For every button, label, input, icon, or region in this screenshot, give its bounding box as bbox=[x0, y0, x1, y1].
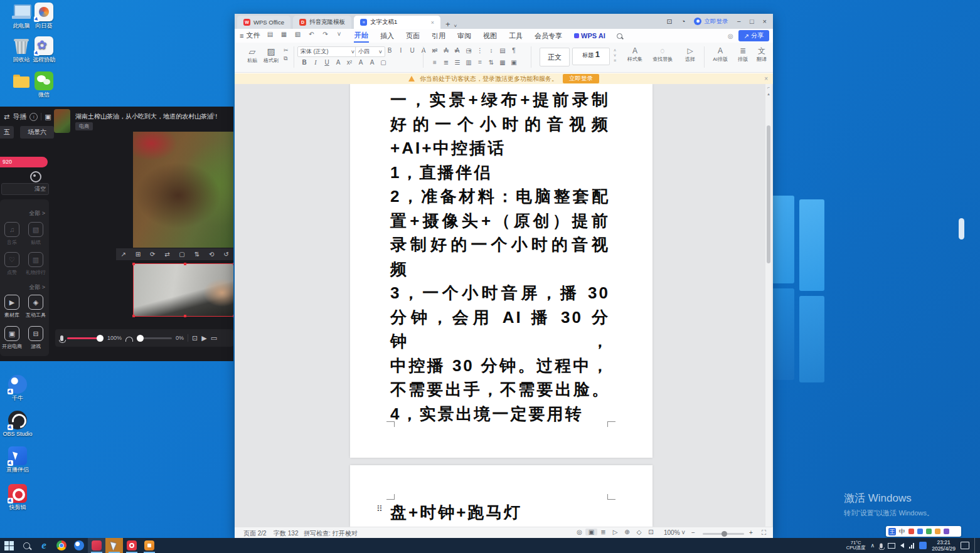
flip-vertical-icon[interactable]: ⇅ bbox=[194, 251, 200, 258]
screen-share-icon[interactable]: ▭ bbox=[211, 334, 217, 342]
tab-page[interactable]: 页面 bbox=[405, 30, 420, 42]
taskbar-search-button[interactable] bbox=[18, 538, 35, 553]
line-spacing-icon[interactable]: ↕ bbox=[486, 47, 497, 54]
style-heading-1[interactable]: 标题 1 bbox=[572, 48, 610, 65]
screenshot-icon[interactable]: ⊡ bbox=[192, 334, 198, 342]
headphone-icon[interactable] bbox=[125, 337, 133, 342]
tool-game[interactable]: ⊟ 游戏 bbox=[24, 326, 48, 350]
document-text-page2[interactable]: 盘+时钟+跑马灯 bbox=[390, 502, 522, 524]
zoom-out-icon[interactable]: − bbox=[691, 529, 695, 536]
share-button[interactable]: ↗ 分享 bbox=[738, 30, 769, 41]
char-shading-icon[interactable]: ▢ bbox=[378, 59, 389, 66]
fullscreen-icon[interactable]: ⛶ bbox=[762, 529, 766, 537]
cpu-temperature[interactable]: 71°CCPU温度 bbox=[846, 540, 866, 550]
zoom-level[interactable]: 100% ˅ bbox=[664, 529, 685, 536]
maximize-button[interactable]: □ bbox=[750, 18, 754, 25]
page-1[interactable]: 一，实景+绿布+提前录制 好的一个小时的音视频 +AI+中控插话 1，直播伴侣 … bbox=[350, 84, 652, 458]
customize-toolbar-icon[interactable]: ˅ bbox=[335, 31, 343, 38]
web-view-icon[interactable]: ⊕ bbox=[621, 529, 633, 535]
close-button[interactable]: × bbox=[763, 18, 767, 25]
paste-button[interactable]: ▱ 粘贴 bbox=[243, 46, 261, 64]
tab-home[interactable]: 开始 bbox=[354, 29, 369, 43]
desktop-icon-sunflower[interactable]: 向日葵 bbox=[26, 3, 61, 29]
tool-interactive[interactable]: ◈ 互动工具 bbox=[24, 295, 48, 319]
save-icon[interactable]: ▤ bbox=[266, 31, 274, 38]
tool-media-library[interactable]: ▶ 素材库 bbox=[0, 295, 24, 319]
scene-tab-6[interactable]: 场景六 bbox=[20, 126, 54, 139]
desktop-icon-obs[interactable]: OBS Studio bbox=[0, 411, 35, 437]
notice-login-button[interactable]: 立即登录 bbox=[563, 74, 599, 83]
tab-view[interactable]: 视图 bbox=[482, 30, 498, 42]
bullet-list-icon[interactable]: ≔ bbox=[429, 47, 440, 54]
display-tray-icon[interactable] bbox=[888, 543, 895, 549]
ime-tool-icon[interactable] bbox=[917, 529, 923, 534]
tab-douyin-template[interactable]: D 抖音克隆模板 bbox=[293, 16, 351, 29]
login-button[interactable]: ☻ 立即登录 bbox=[694, 18, 728, 26]
ime-logo-icon[interactable]: 王 bbox=[888, 528, 896, 535]
popout-icon[interactable]: ▣ bbox=[45, 113, 51, 121]
hidden-icons-chevron[interactable]: ∧ bbox=[871, 542, 875, 549]
distribute-icon[interactable]: = bbox=[474, 59, 486, 66]
skin-settings-icon[interactable]: ◔ bbox=[681, 18, 686, 25]
all-tools-link[interactable]: 全部 > bbox=[29, 209, 45, 218]
document-canvas[interactable]: 一，实景+绿布+提前录制 好的一个小时的音视频 +AI+中控插话 1，直播伴侣 … bbox=[235, 84, 773, 527]
print-preview-icon[interactable]: ▧ bbox=[294, 31, 302, 38]
info-icon[interactable]: i bbox=[29, 113, 38, 121]
camera-icon[interactable]: ▶ bbox=[201, 334, 206, 342]
input-method-tray-icon[interactable] bbox=[919, 542, 927, 549]
undo-icon[interactable]: ↺ bbox=[223, 251, 228, 258]
edit-mode-icon[interactable]: ◇ bbox=[633, 529, 645, 535]
outline-view-icon[interactable]: ≣ bbox=[597, 529, 609, 535]
scroll-up-icon[interactable]: ▴ bbox=[765, 92, 772, 97]
tab-wps-home[interactable]: W WPS Office bbox=[237, 16, 290, 29]
font-color-icon[interactable]: A bbox=[366, 59, 378, 66]
shading-icon[interactable]: ▤ bbox=[497, 47, 508, 54]
sort-icon[interactable]: ⇅ bbox=[486, 59, 497, 66]
gallery-more-icon[interactable]: ≡ bbox=[614, 58, 616, 63]
taskbar-orange-app[interactable] bbox=[141, 538, 158, 553]
tool-sticker[interactable]: ▧ 贴纸 bbox=[24, 222, 48, 246]
minimize-button[interactable]: − bbox=[737, 18, 740, 25]
read-mode-icon[interactable]: ◎ bbox=[728, 33, 733, 40]
scene-video-preview-1[interactable] bbox=[133, 132, 233, 248]
document-text[interactable]: 一，实景+绿布+提前录制 好的一个小时的音视频 +AI+中控插话 1，直播伴侣 … bbox=[390, 88, 610, 426]
grid-icon[interactable]: ⊞ bbox=[136, 251, 141, 258]
live-progress-bar[interactable]: 920 bbox=[0, 157, 48, 167]
notice-close-icon[interactable]: × bbox=[764, 75, 768, 82]
close-tab-icon[interactable]: × bbox=[431, 19, 434, 26]
rotate-icon[interactable]: ⟳ bbox=[150, 251, 155, 258]
taskbar-live-companion[interactable] bbox=[105, 538, 123, 553]
file-menu[interactable]: ≡ 文件 bbox=[240, 31, 260, 40]
expand-icon[interactable]: ↗ bbox=[120, 251, 125, 258]
style-set-button[interactable]: A 样式集 bbox=[622, 46, 647, 63]
numbered-list-icon[interactable]: ≕ bbox=[440, 47, 452, 54]
ime-mode-toggle[interactable]: 中 bbox=[899, 527, 905, 536]
print-icon[interactable]: ▦ bbox=[280, 31, 288, 38]
tab-member[interactable]: 会员专享 bbox=[534, 30, 563, 42]
reset-icon[interactable]: ⟲ bbox=[209, 251, 214, 258]
proofread-button[interactable]: 校对 bbox=[345, 529, 358, 538]
char-scale-icon[interactable]: A bbox=[333, 59, 344, 66]
taskbar-chrome[interactable] bbox=[53, 538, 70, 553]
tool-like[interactable]: ♡ 点赞 bbox=[0, 252, 24, 276]
vertical-scrollbar[interactable]: ⌐ ▴ bbox=[765, 84, 772, 527]
paragraph-mark-icon[interactable]: ¶ bbox=[508, 47, 519, 54]
tool-gift-ranking[interactable]: ▥ 礼物排行 bbox=[24, 252, 48, 276]
network-tray-icon[interactable] bbox=[909, 543, 914, 549]
tab-list-dropdown-icon[interactable]: ˅ bbox=[454, 23, 457, 29]
tab-tools[interactable]: 工具 bbox=[508, 30, 523, 42]
taskbar-clock[interactable]: 23:212025/4/29 bbox=[932, 539, 956, 552]
desktop-icon-remote-tool[interactable]: ✿ 远程协助 bbox=[26, 36, 61, 63]
edit-title-icon[interactable]: ✎ bbox=[211, 112, 216, 118]
search-icon[interactable] bbox=[617, 33, 622, 39]
more-lists-icon[interactable]: ⋮ bbox=[474, 47, 486, 54]
fit-page-icon[interactable]: ⊡ bbox=[645, 529, 657, 535]
microphone-icon[interactable] bbox=[60, 335, 63, 341]
page-view-icon[interactable]: ▣ bbox=[585, 529, 597, 535]
layout-mode-icon[interactable]: ⊡ bbox=[667, 18, 673, 26]
select-button[interactable]: ▷ 选择 bbox=[678, 46, 703, 63]
mic-volume-slider[interactable] bbox=[67, 337, 104, 339]
desktop-icon-live-companion[interactable]: 直播伴侣 bbox=[0, 446, 35, 473]
indent-icon[interactable]: ⇥ bbox=[463, 47, 474, 54]
grow-font-icon[interactable]: A bbox=[418, 47, 429, 54]
